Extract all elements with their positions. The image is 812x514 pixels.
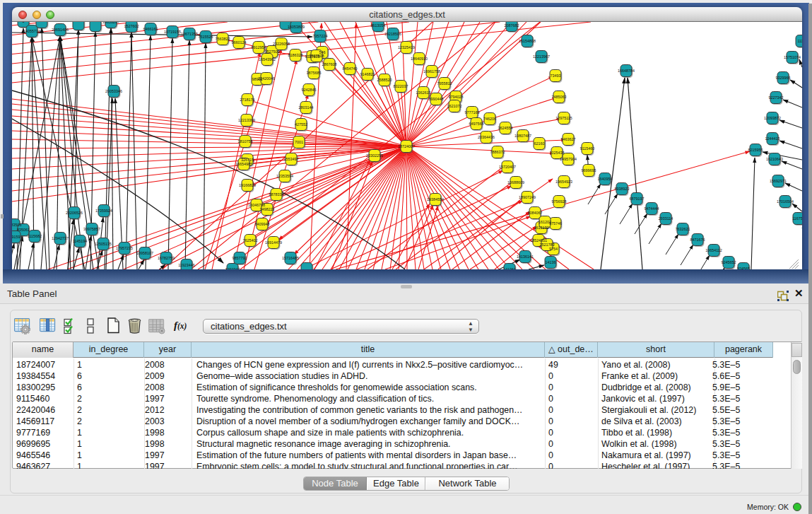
svg-text:17016504: 17016504 [777, 199, 794, 204]
svg-text:39159: 39159 [12, 235, 20, 239]
svg-text:12213369: 12213369 [238, 118, 255, 122]
svg-text:18640910: 18640910 [411, 57, 428, 61]
svg-text:9527508: 9527508 [310, 54, 324, 58]
svg-text:20206526: 20206526 [66, 211, 83, 215]
svg-text:10719155: 10719155 [164, 30, 181, 34]
svg-text:9242845: 9242845 [302, 88, 317, 92]
svg-text:8878334: 8878334 [269, 192, 284, 197]
svg-text:1025438: 1025438 [550, 151, 565, 155]
svg-text:19218506: 19218506 [384, 32, 401, 36]
svg-text:2933114: 2933114 [659, 216, 673, 221]
svg-text:17957235: 17957235 [116, 246, 133, 250]
svg-text:7955812: 7955812 [437, 81, 452, 86]
svg-text:12213967: 12213967 [533, 54, 550, 59]
svg-text:12505135: 12505135 [95, 242, 112, 246]
svg-text:746206: 746206 [483, 117, 496, 121]
svg-text:18907249: 18907249 [519, 195, 536, 199]
svg-text:9146821: 9146821 [360, 72, 375, 76]
svg-text:10807487: 10807487 [514, 134, 531, 138]
svg-text:3624554: 3624554 [498, 126, 513, 130]
svg-text:7357224: 7357224 [313, 34, 328, 38]
svg-text:2087682: 2087682 [505, 23, 519, 28]
svg-text:18724007: 18724007 [398, 144, 415, 148]
svg-text:2521789: 2521789 [540, 243, 555, 247]
svg-text:20691406: 20691406 [52, 28, 69, 32]
svg-text:12975115: 12975115 [555, 116, 572, 120]
svg-text:9756928: 9756928 [552, 199, 567, 204]
svg-text:9329966: 9329966 [776, 76, 791, 80]
svg-text:10671355: 10671355 [181, 32, 198, 36]
svg-text:8186328: 8186328 [288, 53, 303, 57]
svg-text:9527509: 9527509 [265, 49, 280, 54]
svg-text:1640954: 1640954 [598, 177, 613, 181]
svg-text:16782759: 16782759 [158, 256, 175, 260]
svg-text:8613054: 8613054 [371, 23, 386, 28]
svg-text:14055714: 14055714 [23, 29, 40, 33]
svg-text:1553497: 1553497 [284, 157, 299, 161]
svg-text:12942737: 12942737 [52, 236, 69, 240]
svg-text:62160: 62160 [534, 141, 545, 146]
svg-text:14136141: 14136141 [517, 255, 534, 259]
svg-text:7563822: 7563822 [216, 37, 230, 41]
svg-text:16543962: 16543962 [259, 57, 276, 62]
svg-text:16961758: 16961758 [423, 69, 440, 74]
svg-text:7515526: 7515526 [199, 35, 213, 39]
svg-text:19654923: 19654923 [555, 180, 572, 184]
svg-text:8215955: 8215955 [748, 148, 763, 152]
svg-text:7632621: 7632621 [676, 227, 690, 231]
svg-text:20053346: 20053346 [105, 89, 122, 93]
svg-text:20364436: 20364436 [478, 135, 495, 139]
svg-text:15720407: 15720407 [499, 165, 516, 169]
svg-text:9245652: 9245652 [722, 260, 736, 264]
svg-text:1527602: 1527602 [124, 24, 139, 28]
svg-text:8938923: 8938923 [615, 187, 630, 191]
svg-text:11923446: 11923446 [178, 263, 195, 267]
svg-text:3498222: 3498222 [260, 207, 275, 211]
svg-text:8990448: 8990448 [429, 97, 444, 101]
svg-text:23226058: 23226058 [273, 42, 290, 46]
svg-text:9660124: 9660124 [232, 40, 247, 45]
svg-text:7485063: 7485063 [552, 95, 567, 99]
svg-text:17359924: 17359924 [95, 209, 112, 213]
svg-text:16648784: 16648784 [618, 69, 635, 73]
svg-text:7625402: 7625402 [243, 238, 258, 243]
svg-text:9227342: 9227342 [769, 95, 784, 100]
svg-text:15692971: 15692971 [770, 179, 787, 183]
svg-text:10654112: 10654112 [705, 248, 722, 252]
svg-text:15751074: 15751074 [784, 55, 801, 59]
svg-text:14136: 14136 [546, 260, 556, 264]
svg-text:1244415: 1244415 [765, 136, 780, 141]
svg-text:1810755: 1810755 [238, 139, 253, 144]
svg-text:1112: 1112 [797, 39, 802, 43]
svg-text:10688609: 10688609 [507, 180, 524, 185]
svg-text:116753: 116753 [792, 216, 802, 221]
svg-text:22420046: 22420046 [258, 76, 275, 81]
svg-text:7886372: 7886372 [490, 150, 505, 154]
svg-text:7001: 7001 [295, 140, 303, 144]
svg-text:12325419: 12325419 [398, 45, 415, 49]
svg-text:1115682: 1115682 [28, 234, 42, 238]
svg-text:12353594: 12353594 [276, 174, 293, 178]
svg-text:73493: 73493 [551, 74, 561, 78]
svg-text:1362615: 1362615 [416, 90, 431, 95]
svg-text:6497568: 6497568 [469, 122, 484, 126]
svg-text:12093872: 12093872 [764, 116, 781, 120]
svg-text:16210643: 16210643 [766, 157, 783, 161]
svg-text:9115460: 9115460 [580, 146, 595, 151]
svg-text:1145194: 1145194 [73, 239, 88, 243]
svg-text:9463627: 9463627 [561, 137, 576, 141]
svg-text:2867608: 2867608 [322, 62, 337, 66]
svg-text:10958107: 10958107 [136, 251, 153, 255]
svg-text:1621072: 1621072 [447, 104, 462, 108]
svg-text:835061: 835061 [17, 228, 30, 232]
svg-text:1: 1 [23, 22, 25, 23]
svg-text:2588520: 2588520 [377, 78, 392, 82]
svg-text:161202: 161202 [539, 220, 551, 224]
svg-text:10653267: 10653267 [102, 22, 119, 24]
svg-text:1615132: 1615132 [534, 226, 549, 230]
svg-text:30975857: 30975857 [83, 227, 100, 231]
svg-text:16654985: 16654985 [235, 162, 252, 166]
svg-text:16154808: 16154808 [519, 39, 536, 43]
svg-text:19384554: 19384554 [427, 197, 444, 201]
svg-text:9794028: 9794028 [449, 95, 464, 99]
